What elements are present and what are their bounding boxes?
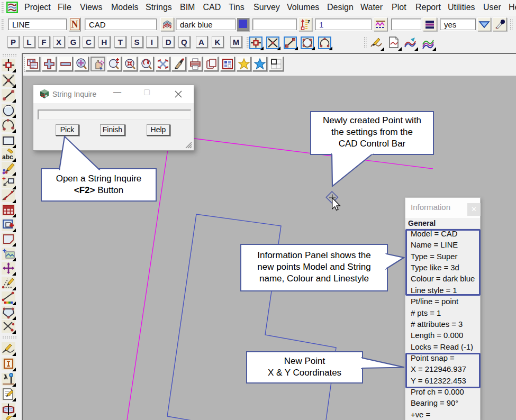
- svg-text:12: 12: [41, 94, 45, 97]
- svg-text:d: d: [45, 94, 47, 98]
- svg-text:+: +: [2, 176, 6, 182]
- svg-text:z: z: [307, 19, 310, 24]
- svg-text:abc: abc: [2, 153, 13, 161]
